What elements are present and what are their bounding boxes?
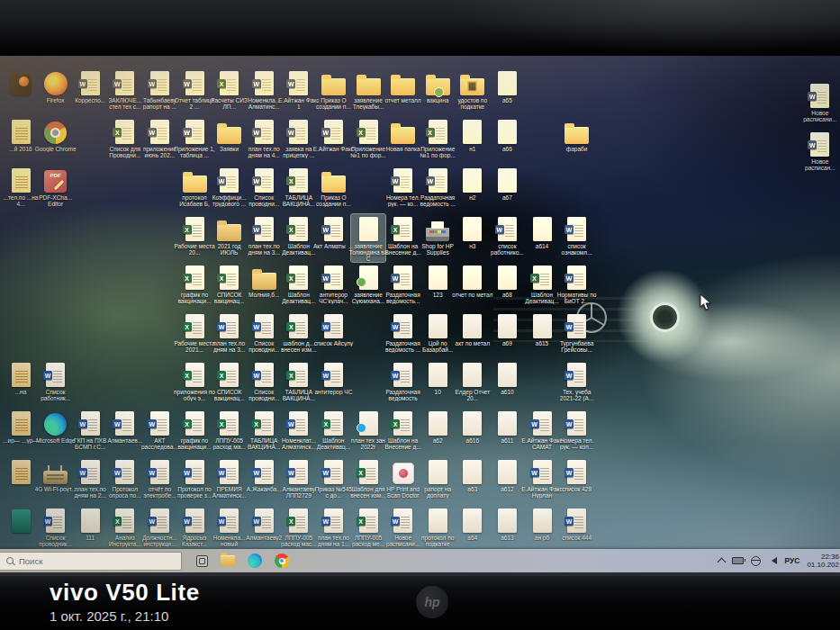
desktop-icon[interactable]: XЛППУ-005 расход мас... [282, 506, 316, 547]
desktop-icon[interactable]: WАлмантаев... [108, 409, 142, 444]
desktop-icon[interactable]: ...й 2016 [4, 117, 38, 152]
desktop-icon[interactable]: а65 [490, 68, 524, 104]
desktop-icon[interactable]: WПротокол по проверке з... [177, 457, 212, 499]
desktop-icon[interactable]: Google Chrome [39, 117, 73, 152]
desktop-icon[interactable]: Приказ О создании п... [316, 68, 350, 110]
desktop-icon[interactable]: XСПИСОК вакцинац... [212, 263, 247, 304]
desktop-icon[interactable]: Елдер Отчет 20... [456, 360, 490, 401]
desktop-icon[interactable]: Xшаблон д... внесен изм... [282, 311, 316, 353]
desktop-icon[interactable]: WДолжностн... инструкци... [142, 506, 176, 547]
taskbar-search-box[interactable]: Поиск [0, 552, 182, 571]
desktop-icon[interactable]: WГКП на ПХВ БСМП г.С... [73, 409, 107, 450]
desktop-icon[interactable]: XРабочие места 2021... [177, 311, 212, 353]
desktop-icon[interactable]: 10 [420, 360, 455, 395]
desktop-icon[interactable]: WТабынбаеву рапорт на ... [142, 68, 176, 110]
desktop-icon[interactable]: 2021 год ИЮЛЬ [212, 214, 247, 256]
desktop-icon[interactable]: XШаблон на Внесение д... [386, 214, 420, 256]
desktop-icon[interactable]: XРабочие места 20... [177, 214, 212, 256]
desktop-icon[interactable]: Microsoft Edge [39, 409, 73, 444]
desktop-icon[interactable]: WЕ.Айтжан Факс [316, 117, 350, 152]
desktop-icon[interactable]: WРаздаточная ведомость ... [386, 311, 420, 353]
desktop-icon[interactable]: WАлмантаеву2 [247, 506, 281, 541]
taskbar-clock[interactable]: 22:36 01.10.202 [807, 553, 839, 569]
desktop-icon[interactable]: WПриложение 1, таблица ... [177, 117, 212, 158]
desktop-icon[interactable]: н2 [456, 166, 490, 201]
desktop-icon[interactable]: WРаздаточная ведомость ... [420, 166, 455, 207]
desktop-icon[interactable]: WАКТ расследова... [142, 409, 176, 450]
desktop-icon[interactable]: WЯдросыз Казакст... [177, 506, 212, 547]
desktop-icon[interactable]: XПриложение №1 по фор... [351, 117, 385, 158]
desktop-icon[interactable]: WА.Жаканба... [247, 457, 281, 492]
desktop-icon[interactable]: XТАБЛИЦА ВАКЦИНА... [282, 166, 316, 207]
desktop-icon[interactable]: а615 [525, 311, 559, 346]
desktop-icon[interactable]: Wсписок работнико... [490, 214, 524, 256]
desktop-icon[interactable]: WНормативы по БиОТ 2... [560, 263, 594, 304]
desktop-icon[interactable]: Wсписок Айсулу [316, 311, 350, 346]
desktop-icon[interactable]: PDFPDF-XCha... Editor [39, 166, 73, 207]
desktop-icon[interactable]: WТургунбаева Грейсовы... [560, 311, 594, 353]
desktop-icon[interactable]: а612 [490, 457, 524, 492]
desktop-icon[interactable]: Firefox [39, 68, 73, 104]
desktop-icon[interactable]: Новая папка [386, 117, 420, 152]
desktop-icon[interactable]: а69 [490, 311, 524, 346]
desktop-icon[interactable]: фараби [560, 117, 594, 152]
desktop-icon[interactable] [4, 506, 38, 535]
desktop-icon[interactable]: XЛППУ-005 расход ма... [212, 409, 247, 450]
desktop-icon[interactable]: Wсписок ознакомл... [560, 214, 594, 256]
chrome-icon[interactable] [275, 554, 289, 568]
desktop-icon[interactable]: WАкт Алматы_... [316, 214, 350, 249]
desktop-icon[interactable]: ан рб [525, 506, 559, 541]
desktop-icon[interactable]: WНовое расписани... [386, 506, 420, 547]
desktop-icon[interactable]: WЗАКЛЮЧЕ... стел тех с... [108, 68, 142, 110]
desktop-icon[interactable]: WЕ.Айтжан Факс САМАТ [525, 409, 559, 450]
desktop-icon[interactable]: XАнализ Инструкта... [108, 506, 142, 547]
desktop-icon[interactable]: WЕ.Айтжан Факс 1 [282, 68, 316, 110]
desktop-icon[interactable]: н3 [456, 214, 490, 249]
desktop-icon[interactable]: WПриказ №545 с до... [316, 457, 350, 499]
desktop-icon[interactable]: WСписок проводник... [39, 506, 73, 547]
desktop-icon[interactable]: Молния,б... [247, 263, 281, 298]
desktop-icon[interactable]: Wантитерор ЧС'кулач... [316, 263, 350, 304]
desktop-icon[interactable]: Wплан тех.по дням на 1... [316, 506, 350, 547]
desktop-icon[interactable]: 123 [420, 263, 455, 298]
desktop-icon[interactable]: WАлмантаеву ЛПП2729 [282, 457, 316, 499]
edge-icon[interactable] [248, 554, 262, 568]
desktop-icon[interactable]: а66 [490, 117, 524, 152]
desktop-icon[interactable]: Xприложения по обуч э... [177, 360, 212, 401]
desktop-icon[interactable]: WСписок работник... [39, 360, 73, 401]
desktop-icon[interactable]: WРаздаточная ведомость... [386, 263, 420, 304]
desktop-icon[interactable]: WНовое расписани... [803, 81, 837, 122]
chevron-up-icon[interactable] [718, 558, 727, 567]
desktop-icon[interactable]: заявление Тлеукабы... [351, 68, 385, 110]
desktop-icon[interactable]: а63 [456, 457, 490, 492]
desktop-icon[interactable]: Заявки [212, 117, 247, 152]
desktop-icon[interactable]: а613 [490, 506, 524, 541]
desktop-icon[interactable]: Приказ О создании п... [316, 166, 350, 207]
desktop-icon[interactable]: WРаздаточная ведомость [386, 360, 420, 401]
desktop-icon[interactable]: удостов по подкатке [456, 68, 490, 110]
desktop-icon[interactable]: XЛППУ-005 расход ме... [351, 506, 385, 547]
desktop-icon[interactable]: WНовое расписан... [803, 130, 837, 171]
battery-icon[interactable] [732, 557, 744, 564]
desktop-icon[interactable]: а62 [420, 409, 455, 444]
desktop-icon[interactable]: акт по метал [456, 311, 490, 346]
desktop-icon[interactable]: WНомера тел. рук. — коп... [560, 409, 594, 450]
desktop-icon[interactable]: XПриложение №1 по фор... [420, 117, 455, 158]
desktop-icon[interactable]: Wплан тех.по дням на 4... [247, 117, 281, 158]
desktop-icon[interactable]: отчет по метал [456, 263, 490, 298]
desktop-icon[interactable]: WНоменкла... Алматинс... [247, 68, 281, 110]
desktop-icon[interactable]: а611 [490, 409, 524, 444]
desktop-icon[interactable]: ...на [4, 360, 38, 395]
desktop-icon[interactable]: WНомера тел. рук. — ко... [386, 166, 420, 207]
desktop-icon[interactable]: WСписок проводни... [247, 166, 281, 207]
desktop-icon[interactable]: ...тел.по ...на 4... [4, 166, 38, 207]
desktop-icon[interactable]: а64 [456, 506, 490, 541]
desktop-icon[interactable]: а68 [490, 263, 524, 298]
desktop-icon[interactable]: HP Print and Scan Doctor [386, 457, 420, 499]
desktop-icon[interactable]: 4G Wi-Fi-роут... [39, 457, 73, 492]
desktop-icon[interactable]: Wплан тех.по дням на 3... [247, 214, 281, 256]
desktop-icon[interactable]: Wантитерор ЧС [316, 360, 350, 395]
desktop-icon[interactable]: XРасчеты СИЗ ЛП... [212, 68, 247, 110]
desktop-icon[interactable]: Wзаявка на прицепку ... [282, 117, 316, 158]
desktop-icon[interactable]: а67 [490, 166, 524, 201]
